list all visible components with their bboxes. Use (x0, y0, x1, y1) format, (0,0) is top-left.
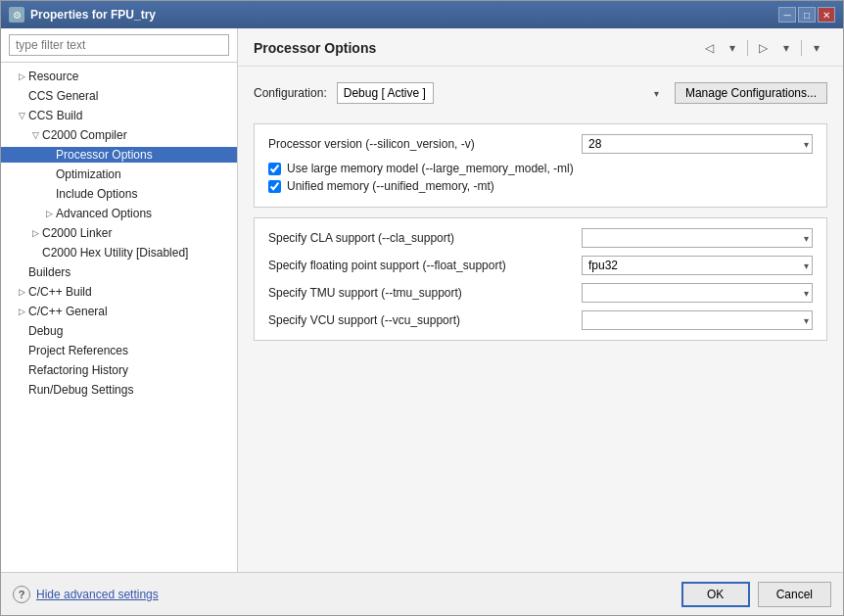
tree-label-debug: Debug (28, 324, 63, 338)
expander-cplusplus-build: ▷ (15, 285, 28, 299)
processor-version-select[interactable]: 28 27 26 (582, 134, 813, 154)
maximize-button[interactable]: □ (798, 7, 816, 23)
tree-label-resource: Resource (28, 70, 78, 83)
tree-label-advanced-options: Advanced Options (56, 207, 152, 220)
close-button[interactable]: ✕ (818, 7, 835, 23)
window-icon: ⚙ (9, 7, 24, 23)
expander-project-references (15, 344, 28, 357)
forward-dropdown-button[interactable]: ▾ (775, 38, 797, 58)
tmu-support-select-wrap: tmu0 tmu1 ▾ (582, 283, 813, 303)
configuration-dropdown[interactable]: Debug [ Active ] Release (337, 82, 434, 104)
tree-label-include-options: Include Options (56, 187, 137, 201)
tree-item-optimization[interactable]: Optimization (1, 165, 237, 184)
large-memory-checkbox[interactable] (268, 163, 281, 175)
configuration-dropdown-wrap: Debug [ Active ] Release ▾ (337, 82, 665, 104)
vcu-support-select-wrap: vcu0 vcu1 vcu2 ▾ (582, 310, 813, 330)
tree-item-include-options[interactable]: Include Options (1, 184, 237, 204)
left-panel: ▷ResourceCCS General▽CCS Build▽C2000 Com… (1, 28, 238, 572)
vcu-support-label: Specify VCU support (--vcu_support) (268, 313, 572, 327)
tree-label-builders: Builders (28, 265, 70, 279)
tree-item-resource[interactable]: ▷Resource (1, 67, 237, 86)
vcu-support-select[interactable]: vcu0 vcu1 vcu2 (582, 310, 813, 330)
expander-ccs-build: ▽ (15, 109, 28, 122)
expander-c2000-compiler: ▽ (28, 128, 42, 142)
main-content: ▷ResourceCCS General▽CCS Build▽C2000 Com… (1, 28, 843, 572)
float-support-select[interactable]: fpu32 fpu64 (582, 256, 813, 275)
expander-debug (15, 324, 28, 338)
toolbar-separator-2 (801, 40, 802, 56)
title-buttons: ─ □ ✕ (778, 7, 835, 23)
filter-input[interactable] (9, 34, 229, 56)
minimize-button[interactable]: ─ (778, 7, 796, 23)
expander-include-options (42, 187, 56, 201)
right-panel: Processor Options ◁ ▾ ▷ ▾ ▾ Configuratio… (238, 28, 843, 572)
float-support-row: Specify floating point support (--float_… (268, 256, 813, 275)
tree-item-c2000-linker[interactable]: ▷C2000 Linker (1, 223, 237, 243)
tree-item-c2000-compiler[interactable]: ▽C2000 Compiler (1, 125, 237, 145)
processor-version-select-wrap: 28 27 26 ▾ (582, 134, 813, 154)
tree-item-c2000-hex[interactable]: C2000 Hex Utility [Disabled] (1, 243, 237, 262)
help-icon[interactable]: ? (13, 586, 30, 603)
tree-item-processor-options[interactable]: Processor Options (1, 145, 237, 165)
manage-configurations-button[interactable]: Manage Configurations... (675, 82, 827, 104)
ok-button[interactable]: OK (681, 582, 750, 607)
tmu-support-select[interactable]: tmu0 tmu1 (582, 283, 813, 303)
cla-support-row: Specify CLA support (--cla_support) cla0… (268, 228, 813, 248)
title-bar: ⚙ Properties for FPU_try ─ □ ✕ (1, 1, 843, 28)
tree-item-advanced-options[interactable]: ▷Advanced Options (1, 204, 237, 223)
config-dropdown-arrow: ▾ (654, 88, 659, 99)
panel-toolbar: ◁ ▾ ▷ ▾ ▾ (698, 38, 827, 58)
forward-button[interactable]: ▷ (752, 38, 774, 58)
back-button[interactable]: ◁ (698, 38, 720, 58)
main-window: ⚙ Properties for FPU_try ─ □ ✕ ▷Resource… (0, 0, 844, 616)
tmu-support-label: Specify TMU support (--tmu_support) (268, 286, 572, 300)
panel-header: Processor Options ◁ ▾ ▷ ▾ ▾ (238, 28, 843, 67)
bottom-left: ? Hide advanced settings (13, 586, 159, 603)
expander-advanced-options: ▷ (42, 207, 56, 220)
expander-optimization (42, 167, 56, 181)
unified-memory-row: Unified memory (--unified_memory, -mt) (268, 179, 813, 193)
expander-cplusplus-general: ▷ (15, 305, 28, 318)
cla-support-select-wrap: cla0 cla1 cla2 ▾ (582, 228, 813, 248)
tree-item-refactoring-history[interactable]: Refactoring History (1, 360, 237, 380)
tree-item-run-debug-settings[interactable]: Run/Debug Settings (1, 380, 237, 400)
expander-run-debug-settings (15, 383, 28, 397)
tree-item-builders[interactable]: Builders (1, 262, 237, 282)
expander-c2000-hex (28, 246, 42, 260)
tree-item-ccs-general[interactable]: CCS General (1, 86, 237, 106)
configuration-label: Configuration: (254, 86, 327, 100)
hide-advanced-link[interactable]: Hide advanced settings (36, 588, 159, 601)
filter-box (1, 28, 237, 63)
cla-support-select[interactable]: cla0 cla1 cla2 (582, 228, 813, 248)
tree-label-cplusplus-build: C/C++ Build (28, 285, 92, 299)
form-section-supports: Specify CLA support (--cla_support) cla0… (254, 217, 827, 341)
title-bar-left: ⚙ Properties for FPU_try (9, 7, 156, 23)
tree-item-ccs-build[interactable]: ▽CCS Build (1, 106, 237, 125)
expander-refactoring-history (15, 363, 28, 377)
cancel-button[interactable]: Cancel (758, 582, 831, 607)
vcu-support-row: Specify VCU support (--vcu_support) vcu0… (268, 310, 813, 330)
large-memory-row: Use large memory model (--large_memory_m… (268, 162, 813, 175)
large-memory-label: Use large memory model (--large_memory_m… (287, 162, 574, 175)
panel-body: Configuration: Debug [ Active ] Release … (238, 67, 843, 572)
tree-label-ccs-general: CCS General (28, 89, 98, 103)
tree-label-optimization: Optimization (56, 167, 121, 181)
back-dropdown-button[interactable]: ▾ (722, 38, 743, 58)
unified-memory-checkbox[interactable] (268, 180, 281, 193)
tmu-support-row: Specify TMU support (--tmu_support) tmu0… (268, 283, 813, 303)
tree: ▷ResourceCCS General▽CCS Build▽C2000 Com… (1, 63, 237, 572)
menu-dropdown-button[interactable]: ▾ (806, 38, 827, 58)
tree-label-project-references: Project References (28, 344, 128, 357)
expander-builders (15, 265, 28, 279)
tree-item-project-references[interactable]: Project References (1, 341, 237, 360)
processor-version-row: Processor version (--silicon_version, -v… (268, 134, 813, 154)
bottom-right: OK Cancel (681, 582, 831, 607)
panel-title: Processor Options (254, 40, 376, 56)
expander-ccs-general (15, 89, 28, 103)
expander-resource: ▷ (15, 70, 28, 83)
tree-label-ccs-build: CCS Build (28, 109, 82, 122)
tree-item-cplusplus-general[interactable]: ▷C/C++ General (1, 302, 237, 321)
tree-item-debug[interactable]: Debug (1, 321, 237, 341)
unified-memory-label: Unified memory (--unified_memory, -mt) (287, 179, 494, 193)
tree-item-cplusplus-build[interactable]: ▷C/C++ Build (1, 282, 237, 302)
